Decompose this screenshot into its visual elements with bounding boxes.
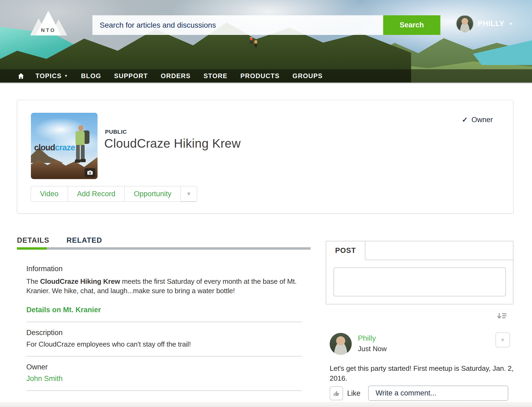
tab-underline-track bbox=[17, 247, 311, 250]
nav-item-orders[interactable]: ORDERS bbox=[161, 72, 190, 80]
nav-item-label: TOPICS bbox=[35, 72, 62, 80]
search-input[interactable] bbox=[92, 15, 383, 35]
owner-link[interactable]: John Smith bbox=[26, 375, 63, 383]
nav-item-support[interactable]: SUPPORT bbox=[114, 72, 148, 80]
divider bbox=[26, 356, 302, 357]
video-button[interactable]: Video bbox=[31, 186, 68, 201]
information-text: The CloudCraze Hiking Krew meets the fir… bbox=[26, 277, 302, 296]
feed-publisher: POST bbox=[326, 241, 513, 304]
more-actions-button[interactable]: ▼ bbox=[181, 186, 197, 201]
user-menu[interactable]: PHILLY ▼ bbox=[456, 15, 513, 32]
hero-header: NTO Search PHILLY ▼ TOPICS ▼ BLOG SUPPOR… bbox=[0, 0, 532, 83]
information-label: Information bbox=[26, 265, 302, 273]
feed-post: Philly Just Now ▼ Let's get this party s… bbox=[326, 332, 513, 402]
search-button[interactable]: Search bbox=[383, 15, 440, 35]
main-navbar: TOPICS ▼ BLOG SUPPORT ORDERS STORE PRODU… bbox=[0, 69, 532, 83]
hiker-decoration bbox=[254, 40, 257, 47]
author-link[interactable]: Philly bbox=[358, 334, 376, 343]
page-title: CloudCraze Hiking Krew bbox=[104, 136, 241, 151]
group-header-card: cloudcraze PUBLIC CloudCraze Hiking Krew… bbox=[17, 100, 513, 214]
home-icon bbox=[17, 72, 25, 80]
tab-underline-active bbox=[17, 247, 47, 250]
user-name: PHILLY bbox=[478, 20, 505, 28]
nav-home[interactable] bbox=[17, 72, 25, 80]
page-background-strip bbox=[0, 402, 532, 407]
chevron-down-icon: ▼ bbox=[186, 191, 192, 197]
camera-icon bbox=[87, 170, 93, 175]
details-panel: Information The CloudCraze Hiking Krew m… bbox=[26, 265, 302, 391]
add-record-button[interactable]: Add Record bbox=[68, 186, 125, 201]
feed-sort-button[interactable] bbox=[497, 312, 507, 321]
chevron-down-icon: ▼ bbox=[64, 74, 68, 78]
mountain-logo-icon bbox=[28, 10, 69, 40]
user-avatar[interactable] bbox=[456, 15, 473, 32]
description-label: Description bbox=[26, 329, 302, 337]
group-visibility: PUBLIC bbox=[105, 129, 127, 135]
tab-related[interactable]: RELATED bbox=[67, 236, 102, 245]
nav-item-products[interactable]: PRODUCTS bbox=[240, 72, 280, 80]
change-photo-button[interactable] bbox=[85, 168, 95, 177]
nav-item-blog[interactable]: BLOG bbox=[81, 72, 101, 80]
check-icon: ✓ bbox=[462, 116, 468, 124]
details-mt-kranier-link[interactable]: Details on Mt. Kranier bbox=[26, 306, 101, 314]
post-textarea[interactable] bbox=[333, 267, 506, 296]
hiker-decoration bbox=[250, 37, 253, 44]
record-tabs: DETAILS RELATED bbox=[17, 236, 102, 245]
comment-input[interactable] bbox=[368, 386, 508, 401]
nto-logo[interactable]: NTO bbox=[28, 10, 69, 40]
cloudcraze-logo: cloudcraze bbox=[34, 143, 75, 152]
nav-item-groups[interactable]: GROUPS bbox=[293, 72, 323, 80]
like-button[interactable] bbox=[330, 386, 343, 400]
divider bbox=[26, 322, 302, 322]
post-text: Let's get this party started! First meet… bbox=[330, 364, 516, 383]
group-action-buttons: Video Add Record Opportunity ▼ bbox=[31, 186, 197, 202]
sort-icon bbox=[497, 312, 507, 321]
main-content: cloudcraze PUBLIC CloudCraze Hiking Krew… bbox=[0, 83, 532, 407]
chevron-down-icon: ▼ bbox=[509, 22, 513, 26]
logo-text: NTO bbox=[28, 27, 69, 33]
opportunity-button[interactable]: Opportunity bbox=[124, 186, 181, 201]
nav-item-store[interactable]: STORE bbox=[203, 72, 227, 80]
tab-post[interactable]: POST bbox=[326, 241, 365, 260]
divider bbox=[26, 390, 302, 391]
owner-badge: ✓ Owner bbox=[462, 116, 493, 124]
post-timestamp: Just Now bbox=[358, 345, 387, 353]
description-text: For CloudCraze employees who can't stay … bbox=[26, 340, 302, 348]
nav-item-topics[interactable]: TOPICS ▼ bbox=[35, 72, 68, 80]
like-label: Like bbox=[347, 389, 361, 398]
thumbs-up-icon bbox=[333, 390, 340, 397]
chevron-down-icon: ▼ bbox=[500, 337, 505, 343]
post-menu-button[interactable]: ▼ bbox=[495, 332, 510, 347]
tab-details[interactable]: DETAILS bbox=[17, 236, 49, 245]
publisher-tab-underline bbox=[365, 260, 513, 260]
owner-label: Owner bbox=[26, 363, 302, 371]
community-page: NTO Search PHILLY ▼ TOPICS ▼ BLOG SUPPOR… bbox=[0, 0, 532, 407]
author-avatar[interactable] bbox=[330, 333, 352, 355]
group-photo: cloudcraze bbox=[31, 113, 98, 179]
